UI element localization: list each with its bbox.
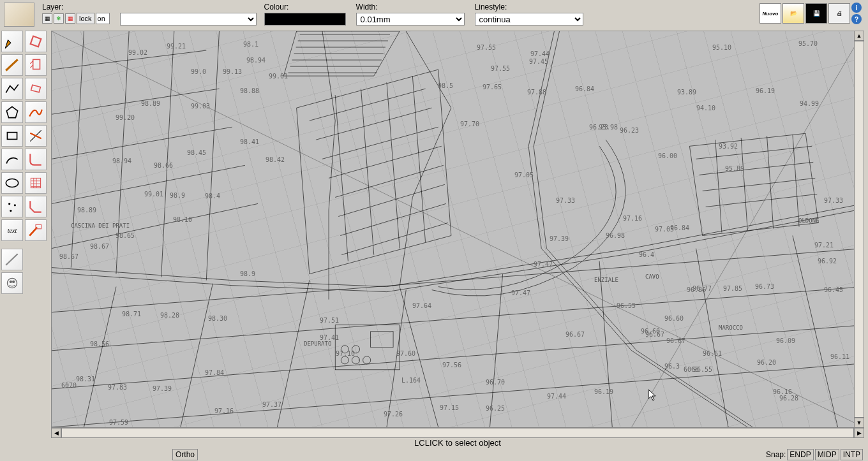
lock-button[interactable]: lock — [77, 13, 94, 24]
elevation-label: 94.10 — [696, 105, 715, 112]
elevation-label: 97.60 — [396, 350, 415, 357]
elevation-label: 98.10 — [173, 216, 192, 223]
elevation-label: 97.55 — [491, 65, 510, 72]
snap-midp-button[interactable]: MIDP — [815, 449, 839, 460]
elevation-label: 99.02 — [128, 49, 147, 56]
ellipse-tool[interactable] — [1, 172, 23, 194]
scroll-down-icon[interactable]: ▼ — [854, 418, 864, 428]
line-tool[interactable] — [1, 54, 23, 76]
new-button[interactable]: Nuovo — [760, 3, 781, 24]
tool-palette: text — [1, 31, 50, 294]
hatch-tool[interactable] — [25, 172, 47, 194]
help-icon[interactable]: ? — [851, 14, 862, 24]
width-dropdown[interactable]: 0.01mm — [356, 13, 465, 26]
snap-endp-button[interactable]: ENDP — [787, 449, 813, 460]
spline-tool[interactable] — [25, 101, 47, 123]
elevation-label: 97.47 — [511, 289, 530, 296]
print-button[interactable]: 🖨 — [828, 3, 850, 24]
elevation-label: 96.23 — [620, 127, 639, 134]
layer-visible-icon[interactable]: ▦ — [42, 13, 52, 24]
text-tool[interactable]: text — [1, 219, 23, 241]
info-icon[interactable]: i — [851, 3, 862, 13]
map-feature-label: DEPURATO — [304, 340, 331, 347]
point-tool[interactable] — [1, 196, 23, 217]
scroll-up-icon[interactable]: ▲ — [854, 31, 864, 41]
drawing-canvas[interactable]: 99.0299.2198.199.1398.9499.2098.8999.039… — [51, 31, 864, 428]
vertical-scrollbar[interactable]: ▲ ▼ — [854, 31, 864, 428]
elevation-label: 98.88 — [240, 87, 259, 94]
linestyle-label: Linestyle: — [475, 3, 583, 11]
snap-label: Snap: — [766, 450, 786, 459]
rectangle-tool[interactable] — [1, 125, 23, 147]
elevation-label: 96.55 — [617, 302, 636, 309]
top-toolbar: Layer: ▦ ❄ ▦ lock Colour: Width: 0.01mm … — [0, 0, 868, 29]
elevation-label: 93.98 — [599, 124, 618, 131]
svg-point-11 — [14, 204, 16, 206]
map-feature-label: ENZIALE — [594, 277, 618, 283]
layer-freeze-icon[interactable]: ❄ — [54, 13, 64, 24]
elevation-label: 96.4 — [639, 251, 654, 258]
elevation-label: 97.16 — [623, 215, 642, 222]
ortho-button[interactable]: Ortho — [172, 449, 198, 460]
elevation-label: 96.19 — [594, 388, 613, 395]
elevation-label: 98.89 — [141, 100, 160, 107]
elevation-label: 97.15 — [440, 404, 459, 411]
parallel-line-tool[interactable] — [25, 54, 47, 76]
svg-point-17 — [12, 281, 15, 283]
svg-line-14 — [6, 254, 17, 265]
elevation-label: 97.45 — [529, 58, 548, 65]
dimension-tool[interactable] — [1, 249, 23, 270]
view-tool[interactable] — [1, 272, 23, 294]
svg-point-21 — [363, 356, 371, 364]
elevation-label: 98.9 — [170, 192, 185, 199]
elevation-label: 95.89 — [725, 165, 744, 172]
elevation-label: 96.3 — [664, 363, 680, 370]
pencil-tool[interactable] — [1, 31, 23, 52]
save-button[interactable]: 💾 — [805, 3, 827, 24]
snap-intp-button[interactable]: INTP — [841, 449, 863, 460]
open-button[interactable]: 📂 — [782, 3, 804, 24]
svg-rect-24 — [371, 332, 393, 348]
elevation-label: 96.70 — [486, 379, 505, 386]
svg-rect-3 — [31, 85, 41, 92]
elevation-label: 96.55 — [693, 366, 712, 373]
layer-dropdown[interactable] — [120, 13, 257, 26]
erase-tool[interactable] — [25, 31, 47, 52]
elevation-label: 95.10 — [712, 44, 731, 51]
elevation-label: 97.56 — [442, 362, 461, 369]
colour-swatch[interactable] — [264, 13, 346, 26]
polyline-tool[interactable] — [1, 78, 23, 99]
layer-color-icon[interactable]: ▦ — [65, 13, 75, 24]
elevation-label: 99.03 — [191, 103, 210, 110]
linestyle-dropdown[interactable]: continua — [475, 13, 583, 26]
trim-tool[interactable] — [25, 125, 47, 147]
elevation-label: 98.41 — [240, 138, 259, 145]
map-feature-label: CAVO — [645, 274, 659, 280]
offset-tool[interactable] — [25, 78, 47, 99]
elevation-label: 97.59 — [109, 419, 128, 426]
map-feature-label: MAROCCO — [719, 325, 743, 331]
leader-tool[interactable] — [25, 219, 47, 241]
elevation-label: 97.88 — [527, 89, 546, 96]
polygon-tool[interactable] — [1, 101, 23, 123]
elevation-label: 98.1 — [243, 41, 258, 48]
svg-marker-4 — [6, 106, 17, 117]
linestyle-section: Linestyle: continua — [475, 3, 583, 26]
bottom-bar: Ortho Snap: ENDP MIDP INTP — [0, 448, 868, 461]
fillet-tool[interactable] — [25, 149, 47, 170]
elevation-label: 96.25 — [486, 405, 505, 412]
elevation-label: 96.98 — [606, 232, 625, 239]
elevation-label: 98.94 — [246, 57, 266, 64]
colour-section: Colour: — [264, 3, 346, 26]
elevation-label: 97.10 — [336, 350, 355, 357]
elevation-label: 99.0 — [191, 68, 206, 75]
file-buttons: Nuovo 📂 💾 🖨 i ? — [760, 3, 862, 24]
arc-tool[interactable] — [1, 149, 23, 170]
svg-rect-2 — [33, 59, 40, 69]
elevation-label: 96.09 — [776, 337, 795, 344]
svg-rect-0 — [31, 36, 41, 47]
elevation-label: 97.21 — [814, 242, 834, 249]
lock-state-field[interactable] — [96, 13, 110, 24]
elevation-label: 97.44 — [547, 393, 566, 400]
chamfer-tool[interactable] — [25, 196, 47, 217]
